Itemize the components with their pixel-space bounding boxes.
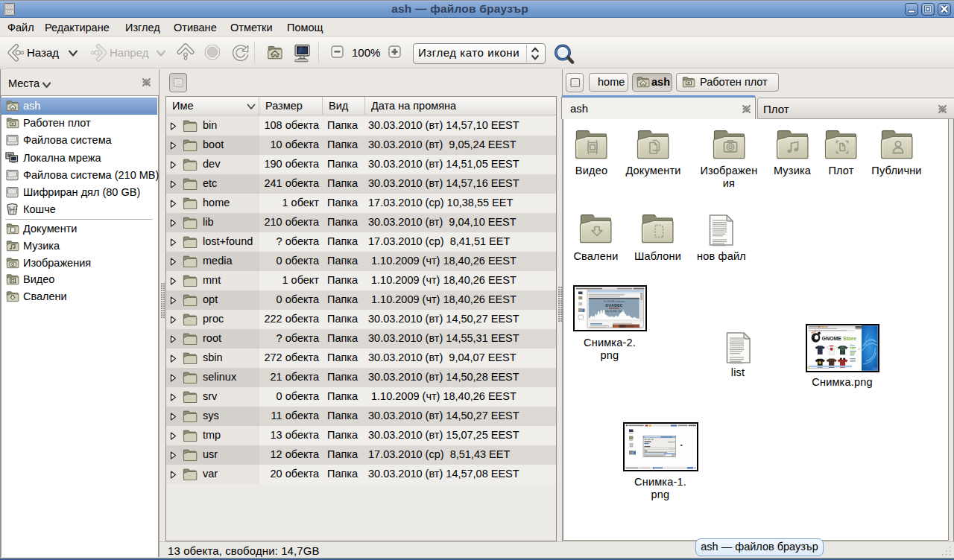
svg-text:GUADEC: GUADEC	[605, 303, 623, 308]
svg-text:July 24-30th, 2010: July 24-30th, 2010	[605, 310, 624, 313]
svg-text:Menu: Menu	[850, 344, 856, 347]
svg-text:Store: Store	[843, 336, 856, 341]
svg-text:GNOME: GNOME	[822, 336, 842, 341]
